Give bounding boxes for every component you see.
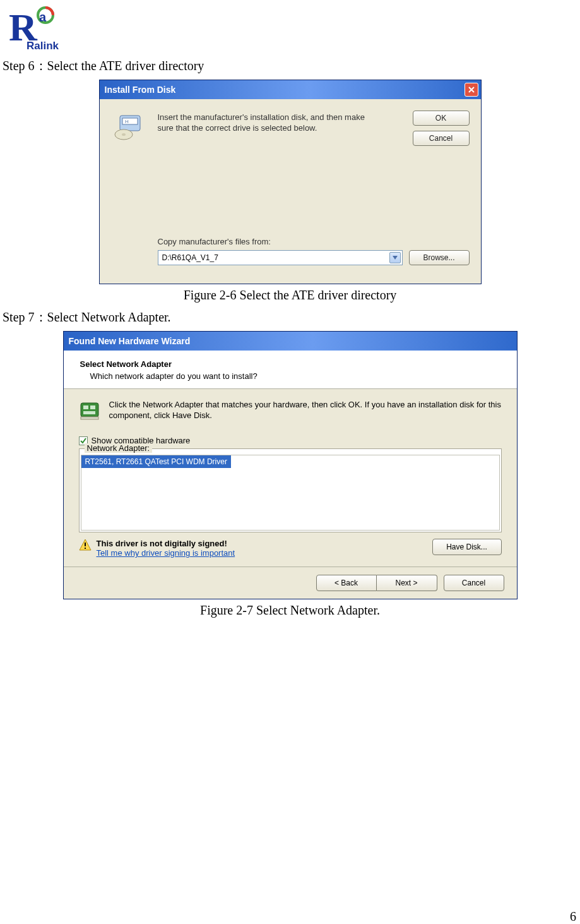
path-value: D:\R61QA_V1_7 [158, 253, 389, 262]
cancel-button[interactable]: Cancel [413, 131, 470, 146]
svg-rect-9 [81, 403, 98, 417]
step-6-text: Step 6：Select the ATE driver directory [3, 57, 580, 75]
cancel-button-2[interactable]: Cancel [444, 575, 504, 591]
warning-icon [79, 539, 92, 553]
dialog2-title: Found New Hardware Wizard [69, 336, 514, 346]
adapter-list-item[interactable]: RT2561, RT2661 QATest PCI WDM Driver [81, 455, 231, 468]
disk-icon: H [114, 112, 145, 143]
dialog2-titlebar[interactable]: Found New Hardware Wizard [64, 332, 517, 351]
network-adapter-group: Network Adapter: RT2561, RT2661 QATest P… [79, 448, 502, 532]
dialog1-instruction: Insert the manufacturer's installation d… [158, 112, 366, 133]
svg-text:H: H [125, 119, 129, 124]
dialog2-header: Select Network Adapter Which network ada… [64, 351, 517, 389]
browse-button[interactable]: Browse... [409, 250, 470, 265]
driver-not-signed-text: This driver is not digitally signed! [97, 539, 235, 548]
copy-files-from-label: Copy manufacturer's files from: [158, 237, 470, 246]
svg-text:a: a [39, 10, 47, 24]
network-adapter-group-label: Network Adapter: [85, 443, 153, 453]
dialog2-header-title: Select Network Adapter [80, 359, 506, 369]
svg-rect-13 [81, 417, 98, 419]
dialog1-titlebar[interactable]: Install From Disk [100, 80, 481, 99]
svg-point-8 [122, 133, 126, 136]
dialog2-instruction: Click the Network Adapter that matches y… [109, 399, 502, 421]
driver-signing-link[interactable]: Tell me why driver signing is important [97, 548, 235, 558]
svg-rect-15 [85, 548, 86, 549]
figure-2-6-caption: Figure 2-6 Select the ATE driver directo… [0, 288, 580, 303]
next-button[interactable]: Next > [377, 575, 437, 591]
have-disk-button[interactable]: Have Disk... [432, 539, 502, 555]
back-button[interactable]: < Back [316, 575, 377, 591]
svg-rect-14 [85, 543, 86, 546]
ralink-logo: R a Ralink [8, 4, 580, 55]
svg-text:Ralink: Ralink [27, 40, 59, 52]
chevron-down-icon[interactable] [389, 252, 401, 263]
network-adapter-icon [79, 399, 102, 422]
close-icon[interactable] [465, 83, 478, 97]
found-new-hardware-dialog: Found New Hardware Wizard Select Network… [63, 331, 518, 599]
svg-rect-12 [83, 411, 95, 414]
svg-rect-10 [83, 405, 88, 409]
figure-2-7-caption: Figure 2-7 Select Network Adapter. [0, 603, 580, 618]
dialog2-header-sub: Which network adapter do you want to ins… [90, 371, 506, 381]
install-from-disk-dialog: Install From Disk H Insert the manufactu… [99, 80, 482, 284]
adapter-list[interactable]: RT2561, RT2661 QATest PCI WDM Driver [81, 455, 500, 531]
step-7-text: Step 7：Select Network Adapter. [3, 309, 580, 326]
page-number: 6 [570, 909, 576, 924]
path-combobox[interactable]: D:\R61QA_V1_7 [158, 250, 403, 265]
ok-button[interactable]: OK [413, 111, 470, 126]
svg-rect-11 [90, 405, 95, 409]
dialog1-title: Install From Disk [105, 85, 465, 95]
